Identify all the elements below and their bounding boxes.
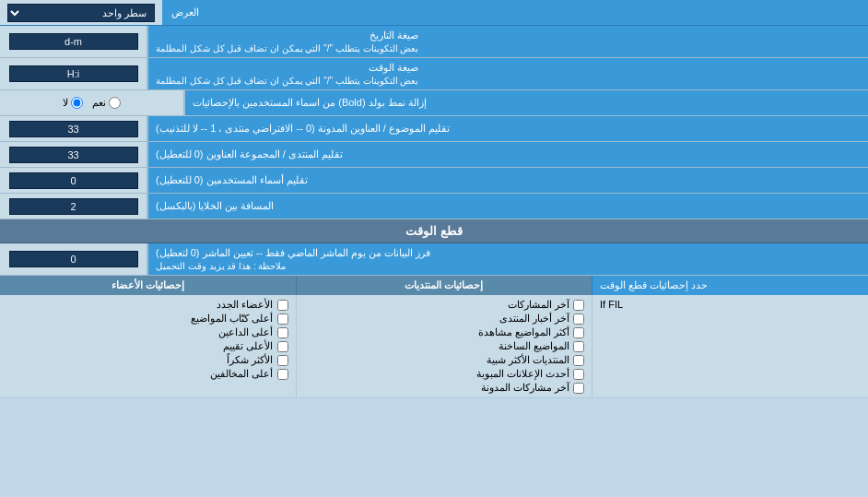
stats-col2-checkboxes: الأعضاء الجدد أعلى كتّاب المواضيع أعلى ا… bbox=[0, 295, 296, 398]
check-item-most-viewed: أكثر المواضيع مشاهدة bbox=[304, 325, 585, 339]
usernames-control bbox=[0, 168, 147, 193]
check-forum-news[interactable] bbox=[573, 314, 584, 325]
topics-titles-input[interactable] bbox=[9, 121, 138, 137]
check-top-rated-label: الأعلى تقييم bbox=[223, 340, 273, 352]
check-most-viewed[interactable] bbox=[573, 327, 584, 338]
cell-spacing-row: المسافة بين الخلايا (بالبكسل) bbox=[0, 194, 868, 219]
check-top-rated[interactable] bbox=[277, 341, 288, 352]
check-hot-topics-label: المواضيع الساخنة bbox=[499, 340, 569, 352]
stats-header-container: حدد إحصائيات قطع الوقت إحصائيات المنتديا… bbox=[0, 276, 868, 295]
header-label: العرض bbox=[162, 0, 868, 25]
check-top-violators-label: أعلى المخالفين bbox=[210, 368, 273, 380]
check-blog-posts-label: آخر مشاركات المدونة bbox=[481, 382, 569, 394]
cell-spacing-input[interactable] bbox=[9, 198, 138, 215]
check-item-forum-news: آخر أخبار المنتدى bbox=[304, 312, 585, 325]
cell-spacing-label: المسافة بين الخلايا (بالبكسل) bbox=[147, 194, 868, 219]
bold-radio-group: نعم لا bbox=[63, 97, 121, 109]
bold-remove-control: نعم لا bbox=[0, 90, 184, 115]
check-top-writers[interactable] bbox=[277, 314, 288, 325]
forum-titles-input[interactable] bbox=[9, 147, 138, 163]
cell-spacing-title: المسافة بين الخلايا (بالبكسل) bbox=[156, 200, 275, 212]
stats-checkboxes-container: If FIL آخر المشاركات آخر أخبار المنتدى أ… bbox=[0, 295, 868, 398]
time-cut-control bbox=[0, 243, 147, 275]
stats-col2-header-text: إحصائيات الأعضاء bbox=[111, 279, 184, 290]
check-item-blog-posts: آخر مشاركات المدونة bbox=[304, 381, 585, 395]
time-format-control bbox=[0, 58, 147, 89]
time-format-input[interactable] bbox=[9, 65, 138, 82]
time-format-title: صيغة الوقت bbox=[156, 62, 418, 74]
check-latest-classified-label: أحدث الإعلانات المبوبة bbox=[476, 368, 569, 380]
check-new-members[interactable] bbox=[277, 300, 288, 311]
usernames-row: تقليم أسماء المستخدمين (0 للتعطيل) bbox=[0, 168, 868, 194]
check-most-similar-label: المنتديات الأكثر شبية bbox=[487, 354, 569, 366]
stats-col1-header-text: إحصائيات المنتديات bbox=[405, 279, 483, 290]
check-top-callers-label: أعلى الداعين bbox=[218, 326, 273, 338]
time-cut-header: قطع الوقت bbox=[0, 219, 868, 243]
radio-no-text: لا bbox=[63, 97, 68, 109]
time-cut-title: فرز البيانات من يوم الماشر الماضي فقط --… bbox=[156, 247, 430, 259]
stats-right-label-text: If FIL bbox=[600, 299, 623, 310]
bold-remove-row: إزالة نمط بولد (Bold) من اسماء المستخدمي… bbox=[0, 90, 868, 116]
check-item-top-rated: الأعلى تقييم bbox=[7, 339, 288, 353]
check-item-top-callers: أعلى الداعين bbox=[7, 325, 288, 339]
stats-col2-header: إحصائيات الأعضاء bbox=[0, 276, 296, 295]
header-control: سطر واحد سطرين ثلاثة أسطر bbox=[0, 0, 162, 25]
cell-spacing-control bbox=[0, 194, 147, 219]
header-title-text: العرض bbox=[171, 6, 199, 18]
check-item-hot-topics: المواضيع الساخنة bbox=[304, 339, 585, 353]
radio-yes[interactable] bbox=[109, 97, 121, 109]
radio-yes-label[interactable]: نعم bbox=[92, 97, 121, 109]
date-format-label: صيغة التاريخ بعض التكوينات يتطلب "/" الت… bbox=[147, 26, 868, 57]
display-select[interactable]: سطر واحد سطرين ثلاثة أسطر bbox=[7, 4, 155, 22]
stats-right-header-text: حدد إحصائيات قطع الوقت bbox=[600, 279, 708, 291]
stats-col1-header: إحصائيات المنتديات bbox=[296, 276, 592, 295]
radio-no-label[interactable]: لا bbox=[63, 97, 83, 109]
time-format-sublabel: بعض التكوينات يتطلب "/" التي يمكن ان تضا… bbox=[156, 76, 418, 86]
check-latest-posts-label: آخر المشاركات bbox=[508, 299, 569, 311]
check-most-thanked-label: الأكثر شكراً bbox=[227, 354, 273, 366]
stats-right-col: If FIL bbox=[592, 295, 868, 398]
time-format-row: صيغة الوقت بعض التكوينات يتطلب "/" التي … bbox=[0, 58, 868, 90]
radio-yes-text: نعم bbox=[92, 97, 106, 109]
forum-titles-label: تقليم المنتدى / المجموعة العناوين (0 للت… bbox=[147, 142, 868, 167]
forum-titles-control bbox=[0, 142, 147, 167]
forum-titles-title: تقليم المنتدى / المجموعة العناوين (0 للت… bbox=[156, 148, 343, 160]
radio-no[interactable] bbox=[71, 97, 83, 109]
forum-titles-row: تقليم المنتدى / المجموعة العناوين (0 للت… bbox=[0, 142, 868, 168]
check-top-writers-label: أعلى كتّاب المواضيع bbox=[191, 313, 273, 325]
check-blog-posts[interactable] bbox=[573, 383, 584, 394]
time-cut-label: فرز البيانات من يوم الماشر الماضي فقط --… bbox=[147, 243, 868, 275]
check-top-callers[interactable] bbox=[277, 327, 288, 338]
usernames-label: تقليم أسماء المستخدمين (0 للتعطيل) bbox=[147, 168, 868, 193]
time-cut-sublabel: ملاحظة : هذا قد يزيد وقت التحميل bbox=[156, 261, 286, 271]
date-format-row: صيغة التاريخ بعض التكوينات يتطلب "/" الت… bbox=[0, 26, 868, 58]
date-format-control bbox=[0, 26, 147, 57]
check-hot-topics[interactable] bbox=[573, 341, 584, 352]
check-item-top-violators: أعلى المخالفين bbox=[7, 367, 288, 381]
check-item-most-similar: المنتديات الأكثر شبية bbox=[304, 353, 585, 367]
check-item-latest-classified: أحدث الإعلانات المبوبة bbox=[304, 367, 585, 381]
check-most-thanked[interactable] bbox=[277, 355, 288, 366]
check-latest-posts[interactable] bbox=[573, 300, 584, 311]
time-format-label: صيغة الوقت بعض التكوينات يتطلب "/" التي … bbox=[147, 58, 868, 89]
check-item-latest-posts: آخر المشاركات bbox=[304, 298, 585, 312]
usernames-input[interactable] bbox=[9, 172, 138, 189]
bold-remove-title: إزالة نمط بولد (Bold) من اسماء المستخدمي… bbox=[193, 97, 427, 109]
check-latest-classified[interactable] bbox=[573, 369, 584, 380]
stats-right-header: حدد إحصائيات قطع الوقت bbox=[592, 276, 868, 295]
topics-titles-control bbox=[0, 116, 147, 141]
check-top-violators[interactable] bbox=[277, 369, 288, 380]
header-row: العرض سطر واحد سطرين ثلاثة أسطر bbox=[0, 0, 868, 26]
time-cut-input[interactable] bbox=[9, 251, 138, 267]
topics-titles-row: تقليم الموضوع / العناوين المدونة (0 -- ا… bbox=[0, 116, 868, 142]
topics-titles-label: تقليم الموضوع / العناوين المدونة (0 -- ا… bbox=[147, 116, 868, 141]
stats-section: حدد إحصائيات قطع الوقت إحصائيات المنتديا… bbox=[0, 276, 868, 398]
check-item-most-thanked: الأكثر شكراً bbox=[7, 353, 288, 367]
check-most-viewed-label: أكثر المواضيع مشاهدة bbox=[478, 326, 569, 338]
date-format-input[interactable] bbox=[9, 33, 138, 50]
usernames-title: تقليم أسماء المستخدمين (0 للتعطيل) bbox=[156, 174, 308, 186]
bold-remove-label: إزالة نمط بولد (Bold) من اسماء المستخدمي… bbox=[184, 90, 868, 115]
check-most-similar[interactable] bbox=[573, 355, 584, 366]
check-new-members-label: الأعضاء الجدد bbox=[217, 299, 273, 311]
topics-titles-title: تقليم الموضوع / العناوين المدونة (0 -- ا… bbox=[156, 123, 450, 135]
